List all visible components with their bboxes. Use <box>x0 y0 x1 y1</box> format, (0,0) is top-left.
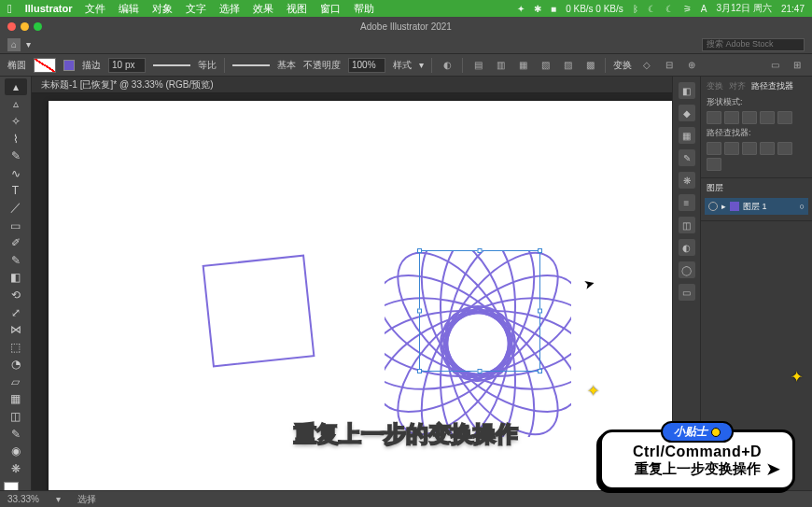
chevron-down-icon[interactable]: ▾ <box>26 39 31 49</box>
clip-button[interactable]: ⊟ <box>662 58 677 73</box>
minus-back-button[interactable] <box>707 158 721 171</box>
stroke-style-dropdown[interactable] <box>153 62 190 68</box>
stroke-swatch[interactable] <box>63 60 75 71</box>
menu-object[interactable]: 对象 <box>152 2 173 16</box>
crop-button[interactable] <box>760 142 775 155</box>
rotate-tool[interactable]: ⟲ <box>5 287 27 303</box>
fill-swatch[interactable] <box>34 58 56 73</box>
stroke-panel-icon[interactable]: ≡ <box>679 194 695 211</box>
direct-selection-tool[interactable]: ▵ <box>5 96 27 113</box>
gradient-tool[interactable]: ◫ <box>5 408 27 425</box>
magic-wand-tool[interactable]: ✧ <box>5 113 27 130</box>
input-icon[interactable]: A <box>701 4 707 14</box>
statusbar-dropdown-icon[interactable]: ▾ <box>56 494 61 504</box>
intersect-button[interactable] <box>742 111 757 124</box>
moon-icon[interactable]: ☾ <box>648 4 656 14</box>
appearance-panel-icon[interactable]: ◯ <box>679 261 695 278</box>
video-icon[interactable]: ■ <box>551 4 556 14</box>
width-tool[interactable]: ⋈ <box>5 321 27 338</box>
anchor-button[interactable]: ⊕ <box>684 58 699 73</box>
brush-dropdown[interactable] <box>232 62 270 68</box>
window-close-button[interactable] <box>7 22 16 31</box>
eyedropper-tool[interactable]: ✎ <box>5 426 27 443</box>
scale-tool[interactable]: ⤢ <box>5 304 27 321</box>
lasso-tool[interactable]: ⌇ <box>5 131 27 148</box>
stroke-weight-input[interactable] <box>108 58 146 73</box>
graphic-styles-panel-icon[interactable]: ▭ <box>679 284 695 301</box>
transparency-panel-icon[interactable]: ◐ <box>679 239 695 256</box>
compass-icon[interactable]: ✦ <box>517 4 525 14</box>
minus-front-button[interactable] <box>724 111 739 124</box>
menu-effect[interactable]: 效果 <box>253 2 273 16</box>
layer-name[interactable]: 图层 1 <box>743 201 767 213</box>
type-tool[interactable]: T <box>5 183 27 200</box>
merge-button[interactable] <box>742 142 757 155</box>
mesh-tool[interactable]: ▦ <box>5 391 27 408</box>
arrange-documents-button[interactable]: ▭ <box>767 58 782 73</box>
color-panel-icon[interactable]: ◆ <box>679 105 695 121</box>
time[interactable]: 21:47 <box>781 4 805 14</box>
menu-help[interactable]: 帮助 <box>354 2 374 16</box>
recolor-button[interactable]: ◐ <box>440 58 455 73</box>
prefs-button[interactable]: ⊞ <box>790 58 805 73</box>
paintbrush-tool[interactable]: ✐ <box>5 234 27 251</box>
align-center-button[interactable]: ▥ <box>493 58 508 73</box>
home-button[interactable]: ⌂ <box>7 38 21 51</box>
menu-view[interactable]: 视图 <box>287 2 307 16</box>
zoom-value[interactable]: 33.33% <box>7 494 39 504</box>
properties-panel-icon[interactable]: ◧ <box>679 82 695 99</box>
brushes-panel-icon[interactable]: ✎ <box>679 149 695 166</box>
window-minimize-button[interactable] <box>21 22 29 31</box>
align-left-button[interactable]: ▤ <box>470 58 485 73</box>
menu-edit[interactable]: 编辑 <box>119 2 139 16</box>
perspective-tool[interactable]: ▱ <box>5 373 27 390</box>
wifi-icon[interactable]: ⚞ <box>683 4 692 14</box>
opacity-input[interactable] <box>348 58 385 73</box>
pen-tool[interactable]: ✎ <box>5 148 27 164</box>
menu-select[interactable]: 选择 <box>219 2 240 16</box>
outline-button[interactable] <box>777 142 792 155</box>
shaper-tool[interactable]: ✎ <box>5 252 27 269</box>
menu-type[interactable]: 文字 <box>186 2 206 16</box>
divide-button[interactable] <box>707 142 721 155</box>
tab-pathfinder[interactable]: 路径查找器 <box>751 80 793 92</box>
line-tool[interactable]: ／ <box>5 200 27 217</box>
align-right-button[interactable]: ▦ <box>515 58 530 73</box>
free-transform-tool[interactable]: ⬚ <box>5 339 27 356</box>
transform-button[interactable]: 变换 <box>613 59 632 72</box>
symbols-panel-icon[interactable]: ❋ <box>679 172 695 189</box>
align-top-button[interactable]: ▧ <box>538 58 553 73</box>
tab-align[interactable]: 对齐 <box>729 80 746 92</box>
blend-tool[interactable]: ◉ <box>5 443 27 459</box>
align-bottom-button[interactable]: ▩ <box>582 58 597 73</box>
app-name[interactable]: Illustrator <box>25 3 73 14</box>
exclude-button[interactable] <box>760 111 775 124</box>
rectangle-tool[interactable]: ▭ <box>5 218 27 234</box>
selection-bounding-box[interactable] <box>419 250 540 372</box>
menu-file[interactable]: 文件 <box>85 2 105 16</box>
symbol-sprayer-tool[interactable]: ❋ <box>5 460 27 477</box>
style-dropdown-icon[interactable]: ▾ <box>419 60 424 70</box>
gradient-panel-icon[interactable]: ◫ <box>679 217 695 233</box>
expand-layer-icon[interactable]: ▸ <box>721 202 726 211</box>
apple-menu-icon[interactable]:  <box>7 2 12 16</box>
curvature-tool[interactable]: ∿ <box>5 165 27 182</box>
align-middle-button[interactable]: ▨ <box>560 58 575 73</box>
tab-layers[interactable]: 图层 <box>707 182 723 194</box>
shape-builder-tool[interactable]: ◔ <box>5 357 27 373</box>
swatches-panel-icon[interactable]: ▦ <box>679 127 695 144</box>
target-icon[interactable]: ○ <box>800 202 805 211</box>
expand-button[interactable] <box>777 111 792 124</box>
selection-tool[interactable]: ▴ <box>5 78 27 95</box>
isolate-button[interactable]: ◇ <box>639 58 654 73</box>
square-shape[interactable] <box>203 255 315 368</box>
layer-row[interactable]: ▸ 图层 1 ○ <box>705 198 808 215</box>
window-zoom-button[interactable] <box>34 22 42 31</box>
moon2-icon[interactable]: ☾ <box>665 4 674 14</box>
date[interactable]: 3月12日 周六 <box>717 2 772 15</box>
eraser-tool[interactable]: ◧ <box>5 270 27 287</box>
trim-button[interactable] <box>724 142 739 155</box>
stock-search-input[interactable]: 搜索 Adobe Stock <box>702 38 805 51</box>
tab-transform[interactable]: 变换 <box>707 80 723 92</box>
bluetooth-icon[interactable]: ᛒ <box>633 4 638 14</box>
